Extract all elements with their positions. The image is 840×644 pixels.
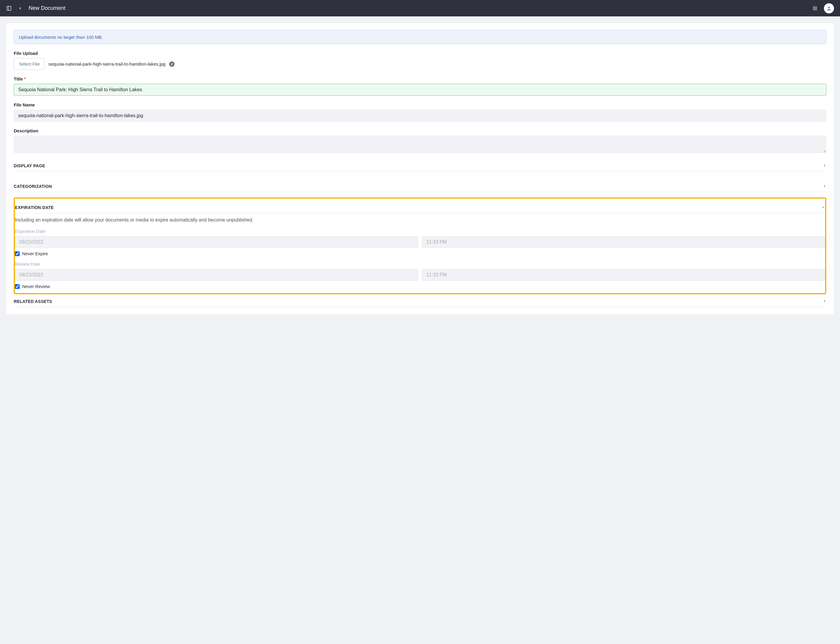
description-group: Description bbox=[14, 128, 826, 154]
section-related-assets[interactable]: RELATED ASSETS bbox=[14, 296, 826, 307]
never-expire-checkbox[interactable] bbox=[15, 251, 20, 256]
never-review-row: Never Review bbox=[15, 284, 825, 289]
never-review-label[interactable]: Never Review bbox=[22, 284, 50, 289]
svg-rect-9 bbox=[815, 9, 815, 10]
description-label: Description bbox=[14, 128, 826, 133]
file-upload-label: File Upload bbox=[14, 51, 826, 56]
file-upload-row: Select File sequoia-national-park-high-s… bbox=[14, 58, 826, 70]
topbar: New Document bbox=[0, 0, 840, 16]
svg-rect-6 bbox=[815, 8, 815, 9]
section-categorization[interactable]: CATEGORIZATION bbox=[14, 181, 826, 192]
section-expiration-title: EXPIRATION DATE bbox=[15, 205, 54, 210]
never-review-checkbox[interactable] bbox=[15, 284, 20, 289]
chevron-right-icon bbox=[823, 163, 826, 168]
form-card: Upload documents no larger than 100 MB. … bbox=[7, 23, 833, 314]
chevron-right-icon bbox=[823, 184, 826, 189]
section-display-page[interactable]: DISPLAY PAGE bbox=[14, 160, 826, 171]
description-input[interactable] bbox=[14, 136, 826, 153]
title-label: Title * bbox=[14, 76, 826, 81]
svg-point-11 bbox=[828, 7, 830, 8]
section-expiration[interactable]: EXPIRATION DATE bbox=[15, 202, 825, 213]
clear-file-icon[interactable] bbox=[169, 61, 175, 67]
topbar-left: New Document bbox=[6, 5, 65, 12]
back-icon[interactable] bbox=[17, 5, 23, 12]
svg-rect-8 bbox=[813, 9, 814, 10]
expiration-description: Including an expiration date will allow … bbox=[15, 217, 825, 223]
svg-rect-2 bbox=[813, 7, 814, 7]
filename-label: File Name bbox=[14, 102, 826, 107]
chevron-right-icon bbox=[823, 299, 826, 304]
svg-rect-10 bbox=[816, 9, 817, 10]
topbar-right bbox=[812, 3, 834, 13]
filename-input[interactable] bbox=[14, 110, 826, 122]
never-expire-label[interactable]: Never Expire bbox=[22, 251, 48, 256]
review-time-input bbox=[422, 269, 825, 281]
review-date-row bbox=[15, 269, 825, 281]
title-group: Title * bbox=[14, 76, 826, 96]
title-label-text: Title bbox=[14, 76, 23, 81]
main-area: Upload documents no larger than 100 MB. … bbox=[0, 16, 840, 321]
select-file-button[interactable]: Select File bbox=[14, 58, 45, 70]
expiration-date-label: Expiration Date bbox=[15, 229, 825, 234]
review-date-input bbox=[15, 269, 418, 281]
never-expire-row: Never Expire bbox=[15, 251, 825, 256]
section-display-page-title: DISPLAY PAGE bbox=[14, 163, 45, 168]
section-categorization-title: CATEGORIZATION bbox=[14, 184, 52, 189]
svg-rect-5 bbox=[813, 8, 814, 9]
expiration-date-row bbox=[15, 236, 825, 248]
filename-group: File Name bbox=[14, 102, 826, 122]
svg-rect-0 bbox=[7, 6, 11, 10]
page-title: New Document bbox=[29, 5, 65, 12]
review-date-label: Review Date bbox=[15, 261, 825, 266]
avatar[interactable] bbox=[824, 3, 834, 13]
selected-filename: sequoia-national-park-high-sierra-trail-… bbox=[48, 61, 166, 66]
apps-grid-icon[interactable] bbox=[812, 5, 818, 12]
expiration-date-input bbox=[15, 236, 418, 248]
required-mark: * bbox=[24, 76, 26, 81]
chevron-down-icon bbox=[822, 205, 825, 210]
svg-rect-4 bbox=[816, 7, 817, 7]
expiration-highlight: EXPIRATION DATE Including an expiration … bbox=[14, 197, 826, 294]
section-related-assets-title: RELATED ASSETS bbox=[14, 299, 52, 304]
expiration-time-input bbox=[422, 236, 825, 248]
svg-rect-7 bbox=[816, 8, 817, 9]
sidebar-toggle-icon[interactable] bbox=[6, 5, 12, 12]
info-banner: Upload documents no larger than 100 MB. bbox=[14, 30, 826, 44]
svg-rect-3 bbox=[815, 7, 815, 7]
title-input[interactable] bbox=[14, 84, 826, 96]
